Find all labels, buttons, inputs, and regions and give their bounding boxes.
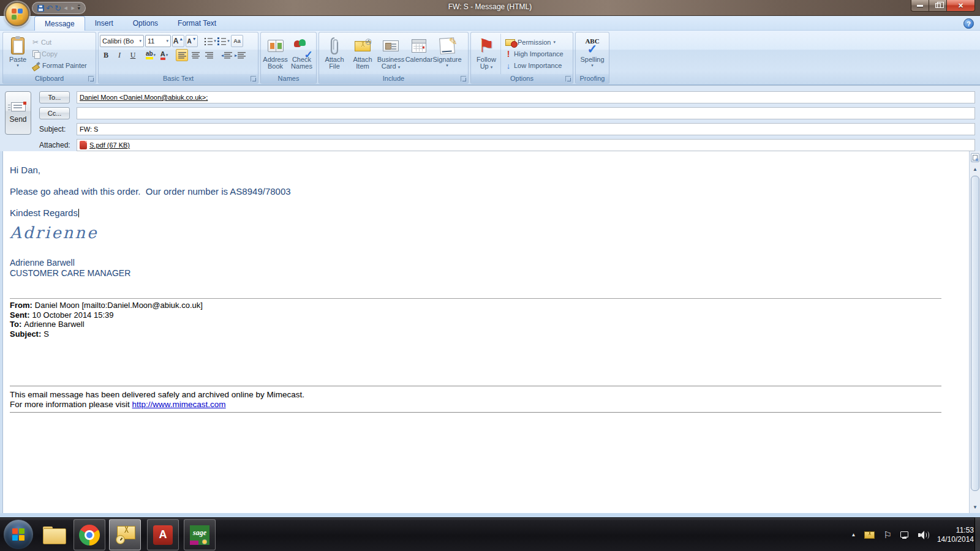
scroll-up-icon[interactable]: ▲ bbox=[971, 165, 979, 173]
bold-button[interactable]: B bbox=[100, 49, 112, 61]
check-names-icon: ✓ bbox=[294, 39, 310, 53]
message-header: Send To... Daniel Moon <Daniel.Moon@abiu… bbox=[0, 85, 980, 151]
clock[interactable]: 11:53 14/10/2014 bbox=[937, 526, 974, 544]
options-dialog-launcher-icon[interactable] bbox=[565, 76, 571, 81]
increase-indent-button[interactable]: ▸ bbox=[234, 49, 246, 61]
scroll-down-icon[interactable]: ▼ bbox=[971, 503, 979, 511]
action-center-flag-icon[interactable]: ⚐ bbox=[883, 530, 891, 539]
low-importance-button[interactable]: ↓ Low Importance bbox=[504, 60, 564, 72]
taskbar-explorer-button[interactable] bbox=[38, 519, 70, 550]
format-painter-icon bbox=[32, 62, 40, 69]
minimize-button[interactable] bbox=[911, 0, 929, 12]
attach-item-button[interactable]: ✇ Attach Item bbox=[349, 34, 377, 74]
taskbar-sage-button[interactable]: sage bbox=[184, 519, 216, 550]
network-icon[interactable] bbox=[900, 531, 910, 539]
shrink-font-button[interactable]: A▼ bbox=[186, 35, 198, 47]
help-icon[interactable]: ? bbox=[963, 18, 974, 29]
font-size-select[interactable]: 11▾ bbox=[145, 35, 171, 47]
show-desktop-button[interactable] bbox=[974, 517, 980, 551]
basic-text-dialog-launcher-icon[interactable] bbox=[251, 76, 256, 81]
text-cursor bbox=[78, 209, 80, 217]
align-right-icon bbox=[205, 52, 213, 59]
to-field[interactable]: Daniel Moon <Daniel.Moon@abiuk.co.uk>; bbox=[77, 91, 975, 103]
cut-label: Cut bbox=[41, 39, 51, 46]
check-names-button[interactable]: ✓ Check Names bbox=[288, 34, 315, 74]
numbering-button[interactable]: ▾ bbox=[217, 35, 230, 47]
attach-file-label: Attach File bbox=[320, 56, 349, 70]
business-card-button[interactable]: Business Card ▾ bbox=[377, 34, 405, 74]
mimecast-line1: This email message has been delivered sa… bbox=[10, 390, 304, 399]
close-icon: ✕ bbox=[958, 2, 963, 10]
permission-button[interactable]: Permission ▾ bbox=[504, 37, 564, 48]
vertical-scrollbar[interactable]: ▲ ▼ bbox=[969, 151, 980, 513]
attach-item-label: Attach Item bbox=[349, 56, 377, 70]
business-card-label: Business Card ▾ bbox=[377, 56, 405, 70]
cut-icon: ✂ bbox=[32, 38, 39, 47]
font-name-select[interactable]: Calibri (Bo▾ bbox=[100, 35, 144, 47]
font-color-icon: A bbox=[160, 51, 165, 60]
restore-button[interactable] bbox=[929, 0, 947, 12]
high-importance-button[interactable]: ! High Importance bbox=[504, 48, 564, 60]
align-center-button[interactable] bbox=[189, 49, 202, 61]
subject-field[interactable]: FW: S bbox=[77, 123, 975, 135]
underline-button[interactable]: U bbox=[127, 49, 139, 61]
show-hidden-icons[interactable]: ▲ bbox=[851, 532, 856, 538]
start-button[interactable] bbox=[4, 520, 33, 549]
office-button[interactable] bbox=[5, 2, 29, 26]
cc-field[interactable] bbox=[77, 107, 975, 119]
copy-icon bbox=[32, 50, 39, 58]
mimecast-link[interactable]: http://www.mimecast.com bbox=[132, 400, 226, 409]
paste-button[interactable]: Paste ▾ bbox=[4, 34, 31, 74]
cc-button[interactable]: Cc... bbox=[39, 107, 70, 119]
follow-up-button[interactable]: ⚑ Follow Up ▾ bbox=[472, 34, 500, 74]
taskbar-adobe-button[interactable]: A bbox=[147, 519, 179, 550]
tab-format-text[interactable]: Format Text bbox=[168, 16, 226, 31]
divider bbox=[10, 298, 941, 299]
attachment-link[interactable]: S.pdf (67 KB) bbox=[89, 141, 130, 149]
volume-icon[interactable] bbox=[918, 531, 929, 539]
address-book-button[interactable]: Address Book bbox=[262, 34, 288, 74]
bullets-button[interactable]: ▾ bbox=[204, 35, 216, 47]
spelling-icon: ABC✓ bbox=[585, 38, 599, 54]
tab-insert[interactable]: Insert bbox=[85, 16, 123, 31]
include-dialog-launcher-icon[interactable] bbox=[461, 76, 466, 81]
calendar-button[interactable]: Calendar bbox=[405, 34, 433, 74]
ruler-toggle-button[interactable] bbox=[971, 153, 979, 162]
tab-message[interactable]: Message bbox=[34, 16, 85, 31]
align-right-button[interactable] bbox=[203, 49, 215, 61]
restore-icon bbox=[935, 3, 941, 8]
taskbar-outlook-button[interactable] bbox=[109, 519, 141, 550]
clear-formatting-button[interactable]: Aa bbox=[231, 35, 243, 47]
grow-font-button[interactable]: A▲ bbox=[172, 35, 184, 47]
clipboard-dialog-launcher-icon[interactable] bbox=[88, 76, 94, 81]
taskbar-chrome-button[interactable] bbox=[74, 519, 105, 550]
tab-options[interactable]: Options bbox=[123, 16, 168, 31]
quoted-to: To:Adrienne Barwell bbox=[10, 320, 203, 329]
align-left-button[interactable] bbox=[176, 49, 188, 61]
attached-field[interactable]: S.pdf (67 KB) bbox=[77, 139, 975, 151]
italic-button[interactable]: I bbox=[113, 49, 126, 61]
message-body[interactable]: Hi Dan, Please go ahead with this order.… bbox=[0, 151, 980, 513]
format-painter-button[interactable]: Format Painter bbox=[31, 60, 87, 72]
spelling-button[interactable]: ABC✓ Spelling ▾ bbox=[578, 34, 606, 74]
decrease-indent-button[interactable]: ◂ bbox=[221, 49, 233, 61]
signature-button[interactable]: ✎ Signature ▾ bbox=[433, 34, 461, 74]
system-tray: ▲ ⚐ 11:53 14/10/2014 bbox=[851, 518, 974, 551]
tray-mail-icon[interactable] bbox=[864, 531, 875, 539]
close-button[interactable]: ✕ bbox=[947, 0, 975, 12]
to-button[interactable]: To... bbox=[39, 91, 70, 103]
pdf-file-icon bbox=[80, 141, 87, 149]
follow-up-flag-icon: ⚑ bbox=[478, 37, 495, 54]
attach-file-button[interactable]: Attach File bbox=[320, 34, 349, 74]
signature-label: Signature bbox=[432, 56, 461, 63]
highlight-button[interactable]: ab▾ bbox=[145, 49, 157, 61]
low-importance-label: Low Importance bbox=[514, 62, 562, 69]
font-color-button[interactable]: A▾ bbox=[158, 49, 170, 61]
window-controls: ✕ bbox=[911, 0, 975, 12]
increase-indent-icon bbox=[238, 52, 246, 59]
signature-icon: ✎ bbox=[439, 37, 455, 54]
window-frame-bottom bbox=[0, 513, 980, 517]
low-importance-icon: ↓ bbox=[505, 61, 511, 70]
scrollbar-thumb[interactable] bbox=[971, 176, 979, 491]
title-bar: ↶ ↻ ◄ ► ▾ FW: S - Message (HTML) ✕ bbox=[0, 0, 980, 16]
